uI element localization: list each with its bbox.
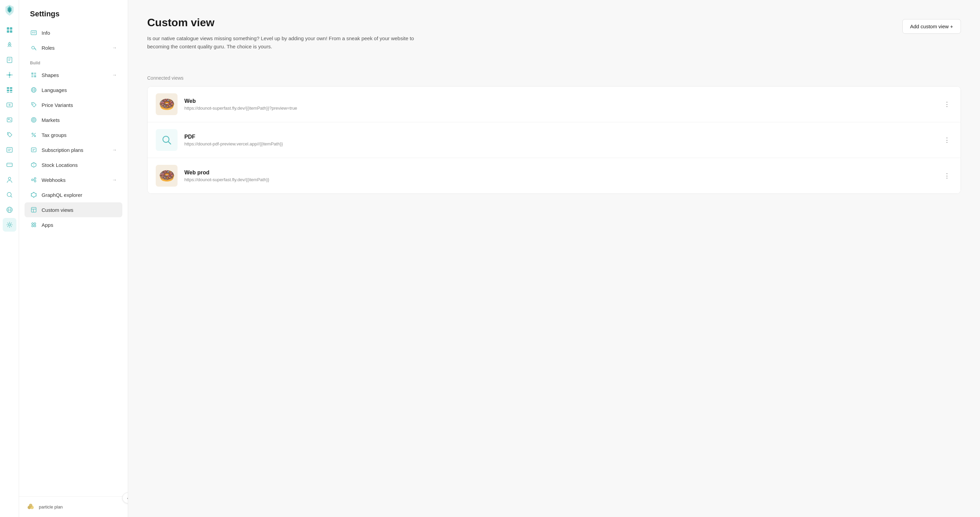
nav-icon-settings[interactable] (3, 218, 16, 232)
nav-icon-grid[interactable] (3, 23, 16, 37)
view-menu-button-web[interactable]: ⋮ (942, 99, 952, 109)
sidebar-item-shapes[interactable]: Shapes → (24, 67, 123, 82)
page-description: Is our native catalogue views missing so… (147, 34, 426, 51)
svg-rect-19 (7, 92, 9, 93)
svg-line-87 (168, 142, 171, 144)
svg-point-71 (36, 193, 37, 195)
view-info-web: Web https://dounot-superfast.fly.dev/{{i… (185, 98, 935, 111)
sidebar-item-tax-groups[interactable]: Tax groups (24, 127, 123, 142)
view-item-pdf: PDF https://dounot-pdf-preview.vercel.ap… (148, 122, 961, 158)
sidebar-item-roles[interactable]: Roles → (24, 40, 123, 55)
sidebar-item-webhooks[interactable]: Webhooks → (24, 172, 123, 187)
nav-icon-network[interactable] (3, 68, 16, 82)
nav-icon-book[interactable] (3, 53, 16, 67)
nav-icon-search[interactable] (3, 188, 16, 201)
view-name-pdf: PDF (185, 134, 935, 140)
tag-icon (30, 101, 38, 109)
svg-point-24 (8, 119, 10, 120)
shapes-icon (30, 71, 38, 79)
key-icon (30, 44, 38, 51)
shapes-arrow-icon: → (112, 72, 117, 78)
svg-point-8 (11, 74, 13, 76)
svg-point-35 (7, 207, 12, 213)
svg-point-79 (32, 223, 33, 224)
view-info-web-prod: Web prod https://dounot-superfast.fly.de… (185, 170, 935, 182)
svg-rect-2 (7, 30, 9, 33)
view-item-web: 🍩 Web https://dounot-superfast.fly.dev/{… (148, 87, 961, 122)
svg-point-7 (6, 74, 8, 76)
sidebar-item-info[interactable]: Info (24, 25, 123, 40)
nav-icon-list[interactable] (3, 143, 16, 157)
sidebar-item-stock-locations[interactable]: Stock Locations (24, 157, 123, 172)
svg-point-32 (8, 178, 11, 180)
svg-point-81 (32, 225, 33, 227)
nav-icon-language[interactable] (3, 203, 16, 217)
view-url-web-prod: https://dounot-superfast.fly.dev/{{itemP… (185, 177, 935, 182)
sidebar-item-subscription-plans[interactable]: Subscription plans → (24, 142, 123, 157)
nav-icon-grid2[interactable] (3, 83, 16, 97)
sidebar-item-languages[interactable]: Languages (24, 82, 123, 97)
svg-point-59 (32, 133, 33, 135)
view-info-pdf: PDF https://dounot-pdf-preview.vercel.ap… (185, 134, 935, 146)
app-logo[interactable] (4, 4, 15, 16)
svg-point-57 (33, 119, 34, 121)
svg-rect-5 (7, 57, 12, 63)
view-menu-button-web-prod[interactable]: ⋮ (942, 170, 952, 181)
webhooks-arrow-icon: → (112, 177, 117, 182)
id-card-icon (30, 29, 38, 36)
plan-icon (26, 502, 35, 512)
sidebar-title: Settings (19, 0, 128, 25)
svg-rect-23 (7, 118, 12, 122)
connected-views-heading: Connected views (147, 75, 961, 81)
view-thumbnail-web: 🍩 (156, 93, 178, 115)
sidebar-nav: Info Roles → Build (19, 25, 128, 496)
header-text: Custom view Is our native catalogue view… (147, 16, 891, 64)
build-section-label: Build (24, 55, 123, 67)
view-menu-button-pdf[interactable]: ⋮ (942, 135, 952, 146)
svg-rect-20 (10, 92, 12, 93)
svg-point-51 (33, 87, 35, 92)
views-list: 🍩 Web https://dounot-superfast.fly.dev/{… (147, 86, 961, 194)
target-icon (30, 116, 38, 124)
sidebar-item-custom-views[interactable]: Custom views (24, 202, 123, 217)
plan-label: particle plan (39, 504, 63, 509)
svg-line-58 (32, 133, 35, 136)
svg-point-36 (8, 207, 11, 213)
svg-rect-30 (7, 163, 12, 167)
view-item-web-prod: 🍩 Web prod https://dounot-superfast.fly.… (148, 158, 961, 193)
svg-point-66 (32, 179, 33, 181)
svg-point-10 (9, 77, 10, 78)
add-custom-view-button[interactable]: Add custom view + (902, 19, 961, 34)
nav-icon-person[interactable] (3, 173, 16, 187)
svg-rect-15 (7, 87, 9, 89)
svg-point-22 (8, 104, 11, 106)
svg-rect-46 (31, 73, 33, 75)
nav-icon-rocket[interactable] (3, 38, 16, 52)
view-url-web: https://dounot-superfast.fly.dev/{{itemP… (185, 106, 935, 111)
header-row: Custom view Is our native catalogue view… (147, 16, 961, 64)
percent-icon (30, 131, 38, 139)
box-icon (30, 161, 38, 168)
svg-point-60 (34, 136, 36, 137)
left-sidebar: Settings Info Roles (19, 0, 128, 517)
icon-sidebar (0, 0, 19, 517)
svg-point-80 (34, 223, 36, 224)
svg-point-26 (8, 133, 9, 135)
svg-point-25 (10, 119, 11, 121)
nav-icon-tag[interactable] (3, 128, 16, 142)
svg-rect-16 (10, 87, 12, 89)
view-thumbnail-web-prod: 🍩 (156, 165, 178, 187)
nav-icon-star[interactable] (3, 98, 16, 112)
nav-icon-chart[interactable] (3, 113, 16, 127)
sidebar-item-markets[interactable]: Markets (24, 113, 123, 127)
svg-rect-18 (10, 90, 12, 91)
sidebar-item-price-variants[interactable]: Price Variants (24, 97, 123, 113)
nav-icon-stack[interactable] (3, 158, 16, 172)
sidebar-item-apps[interactable]: Apps (24, 217, 123, 232)
svg-rect-47 (34, 73, 36, 75)
sidebar-item-graphql-explorer[interactable]: GraphQL explorer (24, 187, 123, 202)
sidebar-footer: particle plan (19, 496, 128, 517)
view-name-web: Web (185, 98, 935, 104)
svg-point-73 (33, 197, 34, 198)
svg-point-74 (31, 195, 32, 197)
